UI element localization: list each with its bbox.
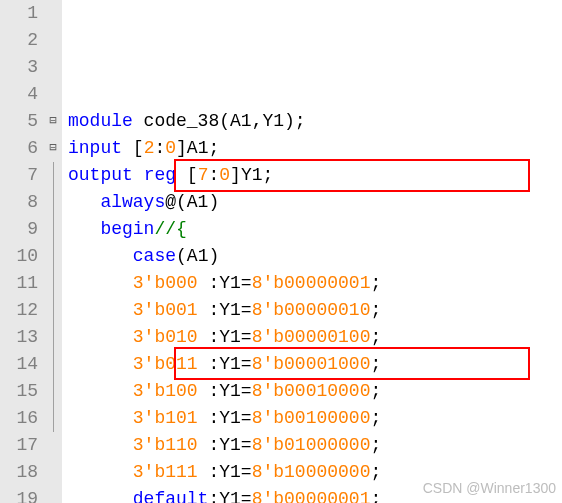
code-token: always [100,192,165,212]
line-number: 4 [0,81,38,108]
code-token: :Y1= [198,327,252,347]
code-token: ; [370,462,381,482]
line-number: 5 [0,108,38,135]
line-number: 17 [0,432,38,459]
code-area: module code_38(A1,Y1);input [2:0]A1;outp… [62,0,381,503]
code-line: begin//{ [68,216,381,243]
code-token [133,165,144,185]
code-token: 3'b111 [133,462,198,482]
code-token: :Y1= [198,381,252,401]
code-token: ; [370,489,381,503]
line-number: 2 [0,27,38,54]
fold-marker [44,270,62,297]
code-line: always@(A1) [68,189,381,216]
code-token [68,327,133,347]
code-token: ; [370,354,381,374]
line-number-gutter: 12345678910111213141516171819 [0,0,44,503]
code-token: :Y1= [198,435,252,455]
code-token [68,219,100,239]
code-token [68,408,133,428]
code-token [68,300,133,320]
code-token: output [68,165,133,185]
fold-marker: ⊟ [44,135,62,162]
code-line: input [2:0]A1; [68,135,381,162]
code-token: ; [370,273,381,293]
fold-gutter: ⊟⊟ [44,0,62,503]
code-token: default [133,489,209,503]
code-token: ]A1; [176,138,219,158]
code-token: :Y1= [198,462,252,482]
code-token: :Y1= [208,489,251,503]
line-number: 9 [0,216,38,243]
code-token: [ [122,138,144,158]
code-token [68,246,133,266]
fold-marker [44,432,62,459]
code-token: ]Y1; [230,165,273,185]
code-editor: 12345678910111213141516171819 ⊟⊟ module … [0,0,562,503]
code-line: output reg [7:0]Y1; [68,162,381,189]
line-number: 19 [0,486,38,503]
code-line: 3'b110 :Y1=8'b01000000; [68,432,381,459]
line-number: 7 [0,162,38,189]
line-number: 1 [0,0,38,27]
code-token: 8'b00000001 [252,273,371,293]
code-token: 8'b00010000 [252,381,371,401]
code-token [68,192,100,212]
code-token: case [133,246,176,266]
fold-marker [44,81,62,108]
fold-marker [44,351,62,378]
line-number: 12 [0,297,38,324]
line-number: 14 [0,351,38,378]
code-token: 3'b010 [133,327,198,347]
code-token: 8'b00000100 [252,327,371,347]
code-token: code_38(A1,Y1); [133,111,306,131]
code-token: 0 [165,138,176,158]
fold-marker [44,297,62,324]
code-token: :Y1= [198,273,252,293]
code-token: input [68,138,122,158]
code-token: :Y1= [198,408,252,428]
code-token: module [68,111,133,131]
code-token: ; [370,435,381,455]
fold-marker [44,27,62,54]
code-token: reg [144,165,176,185]
code-token: [ [176,165,198,185]
code-token: :Y1= [198,300,252,320]
line-number: 15 [0,378,38,405]
code-token: //{ [154,219,186,239]
code-token: begin [100,219,154,239]
fold-marker [44,162,62,189]
code-token: 2 [144,138,155,158]
code-token: 8'b00100000 [252,408,371,428]
code-token: 3'b011 [133,354,198,374]
code-line: 3'b011 :Y1=8'b00001000; [68,351,381,378]
code-token: (A1) [176,246,219,266]
line-number: 6 [0,135,38,162]
code-line: 3'b101 :Y1=8'b00100000; [68,405,381,432]
code-line: module code_38(A1,Y1); [68,108,381,135]
fold-marker [44,405,62,432]
code-token: 3'b100 [133,381,198,401]
fold-marker [44,459,62,486]
fold-marker [44,378,62,405]
code-line: case(A1) [68,243,381,270]
code-token: 3'b001 [133,300,198,320]
fold-marker [44,324,62,351]
code-token [68,489,133,503]
fold-marker [44,486,62,503]
code-line: 3'b010 :Y1=8'b00000100; [68,324,381,351]
code-token: : [208,165,219,185]
code-token: :Y1= [198,354,252,374]
code-token: ; [370,381,381,401]
line-number: 16 [0,405,38,432]
fold-marker [44,189,62,216]
fold-marker [44,0,62,27]
code-token: 8'b01000000 [252,435,371,455]
code-line: 3'b111 :Y1=8'b10000000; [68,459,381,486]
line-number: 10 [0,243,38,270]
code-token: 3'b101 [133,408,198,428]
code-token: 3'b110 [133,435,198,455]
code-token: @(A1) [165,192,219,212]
code-token [68,381,133,401]
fold-marker [44,54,62,81]
